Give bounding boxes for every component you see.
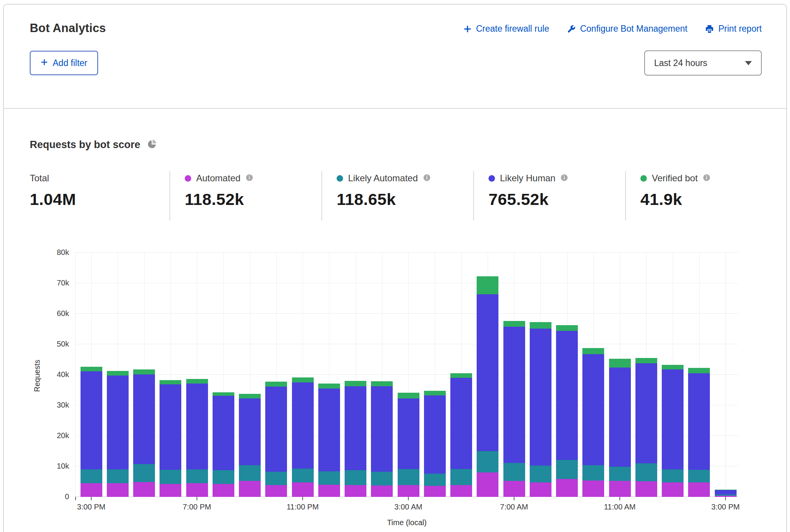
time-range-dropdown[interactable]: Last 24 hours: [644, 50, 762, 76]
segment-likely-automated: [239, 465, 261, 481]
segment-likely-automated: [318, 471, 340, 485]
bar-400pm[interactable]: [107, 253, 129, 497]
x-tick-label: 7:00 PM: [183, 503, 211, 511]
likely-human-legend-dot: [489, 175, 495, 182]
stat-label: Verified bot: [652, 173, 698, 184]
x-tick-label: 3:00 AM: [394, 503, 422, 511]
bar-300pm[interactable]: [81, 253, 102, 497]
info-icon[interactable]: [423, 174, 431, 183]
segment-likely-automated: [530, 466, 551, 482]
segment-likely-human: [688, 373, 710, 470]
bar-600am[interactable]: [477, 253, 498, 497]
bar-800am[interactable]: [530, 253, 551, 497]
stat-automated: Automated 118.52k: [169, 171, 321, 221]
bar-900pm[interactable]: [239, 253, 261, 497]
segment-verified-bot: [133, 369, 155, 374]
segment-likely-automated: [107, 469, 129, 483]
y-tick-label: 40k: [42, 370, 69, 379]
segment-automated: [265, 485, 287, 497]
segment-likely-human: [556, 331, 578, 460]
bar-500pm[interactable]: [133, 253, 155, 497]
stat-likely-automated: Likely Automated 118.65k: [321, 171, 473, 221]
segment-likely-automated: [292, 469, 314, 482]
info-icon[interactable]: [245, 174, 253, 183]
bar-1200am[interactable]: [318, 253, 340, 497]
segment-likely-human: [715, 490, 737, 495]
x-tick: [619, 497, 620, 500]
segment-automated: [81, 483, 102, 497]
segment-verified-bot: [530, 322, 551, 329]
bar-300pm[interactable]: [715, 253, 737, 497]
bar-200am[interactable]: [371, 253, 393, 497]
segment-likely-automated: [371, 472, 393, 485]
x-tick: [408, 497, 409, 500]
likely-automated-legend-dot: [337, 175, 343, 182]
configure-bot-management-link[interactable]: Configure Bot Management: [567, 24, 687, 34]
stat-label: Likely Automated: [348, 173, 418, 184]
bar-100am[interactable]: [345, 253, 366, 497]
bar-1100am[interactable]: [609, 253, 631, 497]
bar-100pm[interactable]: [662, 253, 684, 497]
bar-500am[interactable]: [450, 253, 472, 497]
bar-600pm[interactable]: [160, 253, 181, 497]
stat-verified-bot: Verified bot 41.9k: [625, 171, 711, 221]
segment-automated: [450, 485, 472, 497]
bar-200pm[interactable]: [688, 253, 710, 497]
segment-likely-automated: [186, 469, 208, 483]
segment-likely-automated: [160, 470, 181, 484]
segment-automated: [503, 481, 525, 497]
add-filter-label: Add filter: [53, 58, 87, 68]
requests-by-bot-score-chart: Requests 010k20k30k40k50k60k70k80k3:00 P…: [30, 230, 762, 532]
segment-likely-automated: [662, 469, 684, 482]
stat-value: 41.9k: [640, 190, 711, 209]
segment-verified-bot: [239, 394, 261, 398]
plus-icon: [463, 25, 472, 33]
bar-1100pm[interactable]: [292, 253, 314, 497]
plot-area[interactable]: 010k20k30k40k50k60k70k80k3:00 PM7:00 PM1…: [75, 253, 738, 497]
segment-verified-bot: [715, 490, 737, 490]
stat-value: 118.52k: [185, 190, 321, 209]
segment-likely-human: [371, 386, 393, 472]
y-axis-title: Requests: [33, 344, 43, 408]
y-tick-label: 0: [42, 492, 69, 501]
bar-1000am[interactable]: [582, 253, 604, 497]
print-report-link[interactable]: Print report: [705, 24, 762, 34]
segment-likely-human: [186, 384, 208, 469]
bar-700am[interactable]: [503, 253, 525, 497]
segment-likely-automated: [609, 467, 631, 481]
bar-1200pm[interactable]: [635, 253, 657, 497]
create-firewall-rule-link[interactable]: Create firewall rule: [463, 24, 549, 34]
segment-likely-human: [582, 354, 604, 465]
bar-1000pm[interactable]: [265, 253, 287, 497]
segment-likely-human: [160, 384, 181, 470]
segment-likely-automated: [450, 469, 472, 485]
time-range-value: Last 24 hours: [654, 58, 707, 68]
card-header: Bot Analytics Create firewall rule Confi…: [4, 5, 786, 109]
printer-icon: [705, 24, 714, 34]
x-tick-label: 3:00 PM: [711, 503, 740, 511]
add-filter-button[interactable]: Add filter: [30, 51, 98, 75]
segment-verified-bot: [582, 348, 604, 354]
y-tick-label: 70k: [42, 279, 69, 287]
bar-800pm[interactable]: [213, 253, 234, 497]
segment-automated: [398, 485, 419, 497]
segment-verified-bot: [371, 381, 393, 386]
segment-verified-bot: [107, 371, 129, 375]
segment-automated: [530, 482, 551, 497]
bar-900am[interactable]: [556, 253, 578, 497]
info-icon[interactable]: [560, 174, 568, 183]
segment-likely-human: [81, 371, 102, 469]
segment-automated: [213, 484, 234, 497]
segment-automated: [662, 482, 684, 497]
x-tick: [302, 497, 303, 500]
bar-300am[interactable]: [398, 253, 419, 497]
pie-chart-icon: [147, 139, 158, 151]
x-tick-label: 11:00 PM: [287, 503, 319, 511]
bar-700pm[interactable]: [186, 253, 208, 497]
segment-automated: [688, 482, 710, 497]
info-icon[interactable]: [703, 174, 711, 183]
stats-row: Total 1.04M Automated 118.52k Likely Aut…: [30, 171, 762, 221]
segment-automated: [582, 480, 604, 497]
bar-400am[interactable]: [424, 253, 446, 497]
segment-automated: [556, 479, 578, 497]
